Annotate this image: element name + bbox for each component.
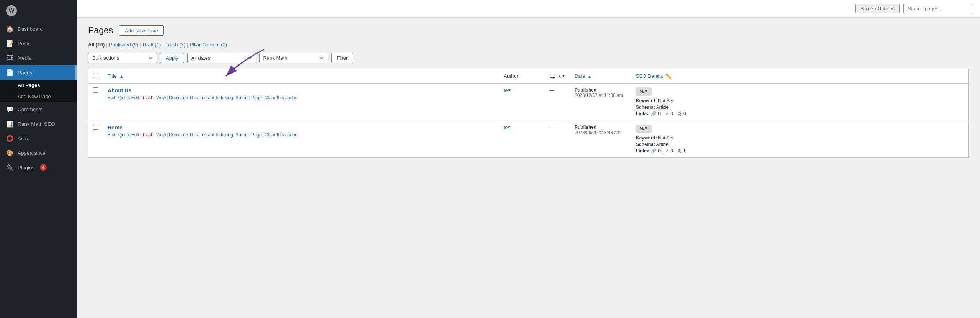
seo-keyword-row: Keyword: Not Set (636, 135, 964, 141)
seo-schema-row: Schema: Article (636, 105, 964, 110)
sidebar-item-label: Dashboard (18, 26, 43, 32)
broken-link-icon: ⛓ (677, 111, 682, 116)
author-link[interactable]: test (504, 87, 512, 93)
seo-keyword-row: Keyword: Not Set (636, 98, 964, 103)
quick-edit-link[interactable]: Quick Edit (118, 132, 139, 138)
sidebar: W 🏠 Dashboard 📝 Posts 🖼 Media 📄 Pages Al… (0, 0, 77, 318)
pages-icon: 📄 (6, 69, 14, 76)
rankmath-filter-select[interactable]: Rank Math (259, 53, 328, 63)
filter-link-all[interactable]: All (10) (88, 42, 105, 48)
plugins-icon: 🔌 (6, 164, 14, 171)
internal-link-icon: 🔗 (651, 111, 657, 116)
sidebar-item-label: Rank Math SEO (18, 121, 55, 127)
sidebar-item-label: Appearance (18, 150, 46, 156)
duplicate-link[interactable]: Duplicate This (169, 132, 198, 138)
select-all-checkbox[interactable] (93, 73, 98, 78)
dates-filter-select[interactable]: All dates (187, 53, 256, 63)
pages-submenu: All Pages Add New Page (0, 80, 77, 102)
comments-icon: 💬 (6, 105, 14, 113)
sidebar-item-add-new-page[interactable]: Add New Page (0, 91, 77, 102)
instant-indexing-link[interactable]: Instant Indexing: Submit Page (201, 95, 262, 100)
sidebar-item-label: Comments (18, 107, 42, 112)
duplicate-link[interactable]: Duplicate This (169, 95, 198, 100)
date-sort-icon: ▲ (588, 74, 592, 79)
sidebar-item-appearance[interactable]: 🎨 Appearance (0, 146, 77, 160)
quick-edit-link[interactable]: Quick Edit (118, 95, 139, 100)
page-header: Pages Add New Page (88, 25, 969, 36)
sidebar-item-label: Astra (18, 136, 30, 141)
view-link[interactable]: View (156, 95, 166, 100)
clear-cache-link[interactable]: Clear this cache (265, 132, 297, 138)
page-title-link[interactable]: Home (108, 125, 122, 131)
filter-button[interactable]: Filter (331, 53, 354, 63)
bulk-actions-select[interactable]: Bulk actions (88, 53, 157, 63)
row-checkbox[interactable] (93, 125, 98, 130)
edit-link[interactable]: Edit (108, 132, 116, 138)
seo-edit-icon[interactable]: ✏️ (665, 73, 672, 79)
filter-link-trash[interactable]: Trash (3) (165, 42, 185, 48)
rankmath-icon: 📊 (6, 120, 14, 128)
seo-schema-row: Schema: Article (636, 142, 964, 147)
appearance-icon: 🎨 (6, 149, 14, 157)
date-column-header[interactable]: Date ▲ (570, 69, 631, 84)
page-title: Pages (88, 25, 113, 36)
filter-link-published[interactable]: Published (9) (109, 42, 139, 48)
seo-badge: N/A (636, 87, 652, 96)
edit-link[interactable]: Edit (108, 95, 116, 100)
seo-links-row: Links: 🔗 0 | ↗ 0 | ⛓ 1 (636, 148, 964, 154)
seo-cell: N/A Keyword: Not Set Schema: Article Lin… (631, 121, 969, 158)
media-icon: 🖼 (6, 54, 14, 62)
sidebar-item-posts[interactable]: 📝 Posts (0, 36, 77, 51)
sidebar-item-pages[interactable]: 📄 Pages (0, 65, 77, 80)
filter-links: All (10) | Published (9) | Draft (1) | T… (88, 42, 969, 48)
broken-link-icon: ⛓ (677, 148, 682, 154)
trash-link[interactable]: Trash (142, 132, 154, 138)
dashboard-icon: 🏠 (6, 25, 14, 33)
comments-cell: — (545, 121, 570, 158)
table-row: About Us Edit | Quick Edit | Trash | Vie… (88, 84, 969, 121)
sidebar-item-label: Posts (18, 41, 31, 46)
comments-cell: — (545, 84, 570, 121)
main-content: Screen Options Pages Add New Page All (1… (77, 0, 980, 318)
trash-link[interactable]: Trash (142, 95, 154, 100)
filter-link-draft[interactable]: Draft (1) (143, 42, 161, 48)
sidebar-item-all-pages[interactable]: All Pages (0, 80, 77, 91)
plugins-badge: 4 (40, 164, 47, 171)
topbar: Screen Options (77, 0, 980, 18)
author-column-header: Author (499, 69, 545, 84)
site-logo[interactable]: W (0, 0, 77, 21)
seo-badge: N/A (636, 125, 652, 133)
sidebar-item-dashboard[interactable]: 🏠 Dashboard (0, 21, 77, 36)
sidebar-item-comments[interactable]: 💬 Comments (0, 102, 77, 116)
table-row: Home Edit | Quick Edit | Trash | View | … (88, 121, 969, 158)
sidebar-item-plugins[interactable]: 🔌 Plugins 4 (0, 160, 77, 175)
date-cell: Published 2023/09/20 at 3:48 am (570, 121, 631, 158)
sidebar-item-rankmath[interactable]: 📊 Rank Math SEO (0, 116, 77, 131)
add-new-page-button[interactable]: Add New Page (119, 25, 164, 36)
page-title-link[interactable]: About Us (108, 87, 131, 93)
search-input[interactable] (903, 4, 972, 13)
date-cell: Published 2023/12/07 at 11:36 am (570, 84, 631, 121)
page-content: Pages Add New Page All (10) | Published … (77, 18, 980, 318)
screen-options-button[interactable]: Screen Options (855, 4, 900, 13)
posts-icon: 📝 (6, 39, 14, 47)
sidebar-item-astra[interactable]: ⭕ Astra (0, 131, 77, 146)
instant-indexing-link[interactable]: Instant Indexing: Submit Page (201, 132, 262, 138)
author-link[interactable]: test (504, 125, 512, 130)
pages-table: Title ▲ Author ▲▼ Date ▲ (88, 69, 969, 158)
sidebar-item-label: Pages (18, 70, 32, 75)
astra-icon: ⭕ (6, 134, 14, 142)
row-actions: Edit | Quick Edit | Trash | View | Dupli… (108, 132, 495, 138)
apply-button[interactable]: Apply (160, 53, 184, 63)
wp-logo-icon: W (6, 5, 17, 16)
row-checkbox[interactable] (93, 87, 98, 93)
view-link[interactable]: View (156, 132, 166, 138)
sidebar-item-media[interactable]: 🖼 Media (0, 51, 77, 65)
comments-column-header[interactable]: ▲▼ (545, 69, 570, 84)
title-column-header[interactable]: Title ▲ (103, 69, 499, 84)
clear-cache-link[interactable]: Clear this cache (265, 95, 297, 100)
title-sort-icon: ▲ (119, 74, 124, 79)
filter-link-pillar[interactable]: Pillar Content (0) (189, 42, 227, 48)
internal-link-icon: 🔗 (651, 148, 657, 154)
external-link-icon: ↗ (665, 111, 669, 116)
